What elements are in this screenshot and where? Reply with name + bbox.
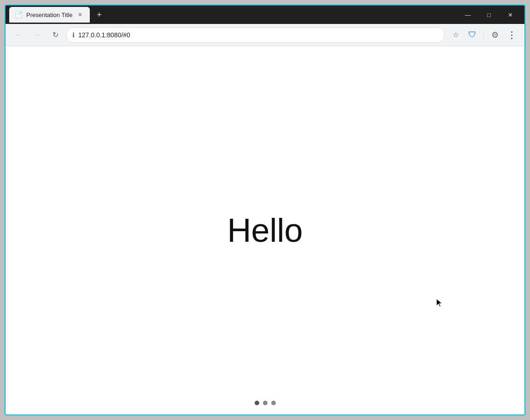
security-icon: ℹ: [72, 31, 75, 39]
slide-content: Hello: [6, 46, 524, 414]
forward-icon: →: [33, 31, 41, 39]
active-tab[interactable]: 📄 Presentation Title ✕: [9, 7, 90, 23]
shield-button[interactable]: 🛡: [465, 28, 480, 42]
shield-icon: 🛡: [468, 30, 477, 40]
tab-strip: 📄 Presentation Title ✕ +: [9, 6, 457, 24]
forward-button[interactable]: →: [29, 28, 44, 42]
nav-bar: ← → ↻ ℹ ☆ 🛡 ⚙ ⋮: [6, 24, 524, 46]
menu-icon: ⋮: [507, 29, 516, 41]
new-tab-button[interactable]: +: [93, 8, 105, 21]
url-input[interactable]: [78, 31, 439, 39]
extensions-button[interactable]: ⚙: [488, 28, 502, 42]
nav-actions: ☆ 🛡 ⚙ ⋮: [448, 28, 519, 42]
menu-button[interactable]: ⋮: [504, 28, 519, 42]
nav-divider: [483, 30, 484, 40]
tab-title: Presentation Title: [26, 12, 72, 18]
maximize-button[interactable]: □: [478, 7, 500, 22]
title-bar: 📄 Presentation Title ✕ + — □ ✕: [6, 6, 524, 24]
back-button[interactable]: ←: [11, 28, 26, 42]
page-content: Hello: [6, 46, 524, 414]
tab-close-button[interactable]: ✕: [76, 11, 84, 19]
back-icon: ←: [15, 31, 22, 39]
tab-icon: 📄: [15, 11, 23, 18]
slide-main-text: Hello: [227, 211, 303, 249]
close-button[interactable]: ✕: [500, 7, 521, 22]
slide-dot-1[interactable]: [255, 401, 259, 405]
reload-button[interactable]: ↻: [48, 28, 63, 42]
slide-dot-2[interactable]: [263, 401, 268, 405]
reload-icon: ↻: [52, 30, 58, 39]
window-controls: — □ ✕: [457, 7, 521, 22]
extensions-icon: ⚙: [491, 30, 499, 40]
bookmark-icon: ☆: [453, 30, 459, 39]
bookmark-button[interactable]: ☆: [448, 28, 463, 42]
slide-dot-3[interactable]: [271, 401, 276, 405]
slide-dots: [255, 401, 276, 405]
address-bar[interactable]: ℹ: [66, 27, 445, 43]
minimize-button[interactable]: —: [457, 7, 478, 22]
browser-window: 📄 Presentation Title ✕ + — □ ✕ ← → ↻ ℹ: [5, 5, 525, 415]
